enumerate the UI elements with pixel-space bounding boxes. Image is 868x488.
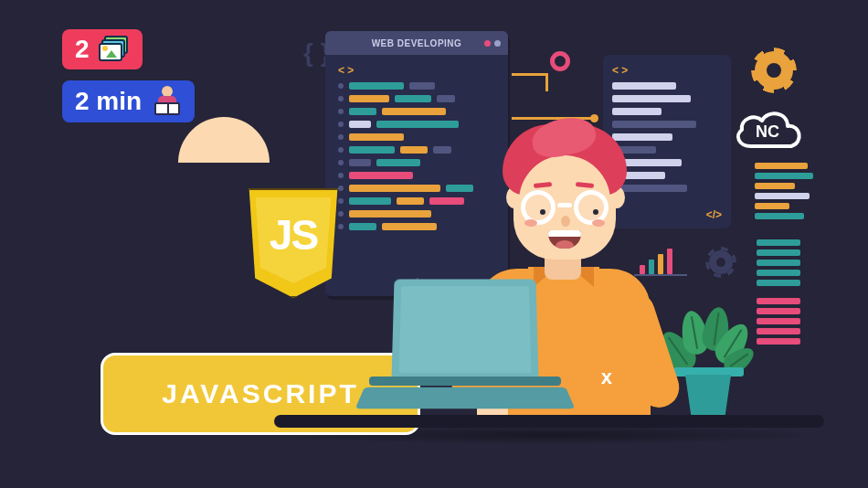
circle-decoration: [550, 51, 570, 71]
read-time-value: 2 min: [75, 87, 142, 116]
shirt-mark: x: [601, 366, 612, 389]
segment-decoration: [757, 239, 802, 286]
window-controls-icon: [484, 40, 501, 47]
image-count-value: 2: [75, 35, 90, 64]
image-count-badge: 2: [62, 29, 143, 69]
gear-icon: [755, 51, 793, 90]
window-title-bar: WEB DEVELOPING: [325, 31, 508, 55]
javascript-logo: JS: [243, 188, 344, 307]
images-icon: [99, 36, 130, 63]
cloud-label-text: NC: [756, 122, 779, 141]
tag-label: JAVASCRIPT: [162, 378, 359, 409]
connector-line: [512, 73, 548, 91]
gear-icon: [709, 250, 733, 274]
segment-decoration: [757, 298, 802, 345]
close-tag: </>: [706, 208, 722, 221]
code-segment-decoration: [755, 163, 813, 219]
cloud-logo: NC: [731, 104, 804, 155]
open-tag: < >: [612, 64, 722, 77]
read-time-badge: 2 min: [62, 80, 195, 122]
window-title: WEB DEVELOPING: [372, 38, 462, 48]
logo-text: JS: [243, 210, 344, 260]
open-tag: < >: [338, 64, 495, 77]
reader-icon: [151, 86, 182, 117]
laptop-illustration: [360, 278, 570, 424]
